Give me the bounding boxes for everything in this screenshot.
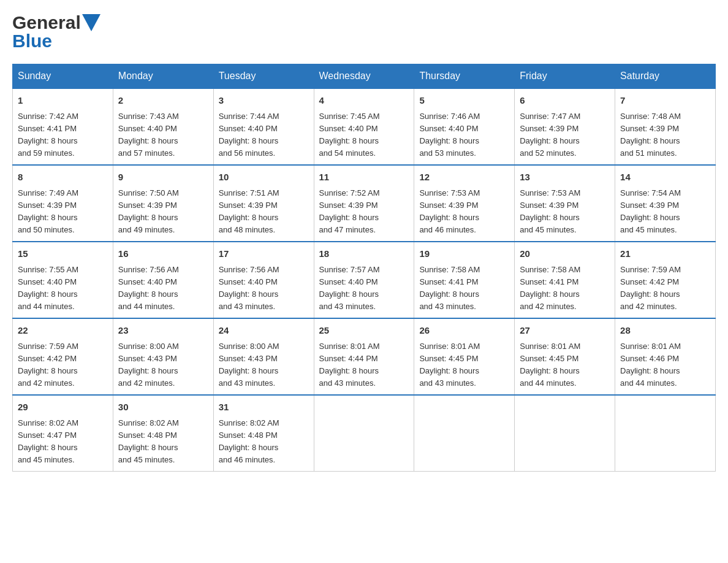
calendar-cell (515, 395, 615, 472)
calendar-cell: 18 Sunrise: 7:57 AM Sunset: 4:40 PM Dayl… (314, 242, 414, 318)
day-number: 11 (319, 170, 409, 185)
day-info: Sunrise: 7:45 AM Sunset: 4:40 PM Dayligh… (319, 110, 409, 160)
page-header: General Blue (12, 12, 716, 52)
calendar-cell: 1 Sunrise: 7:42 AM Sunset: 4:41 PM Dayli… (13, 88, 113, 165)
day-number: 3 (219, 94, 309, 108)
calendar-week-row: 22 Sunrise: 7:59 AM Sunset: 4:42 PM Dayl… (13, 318, 716, 395)
calendar-week-row: 15 Sunrise: 7:55 AM Sunset: 4:40 PM Dayl… (13, 242, 716, 318)
day-number: 23 (118, 324, 208, 338)
day-number: 13 (520, 170, 610, 185)
day-number: 9 (118, 170, 208, 185)
day-info: Sunrise: 8:02 AM Sunset: 4:48 PM Dayligh… (219, 417, 309, 467)
day-info: Sunrise: 7:57 AM Sunset: 4:40 PM Dayligh… (319, 264, 409, 313)
day-info: Sunrise: 7:58 AM Sunset: 4:41 PM Dayligh… (520, 264, 610, 313)
calendar-cell: 14 Sunrise: 7:54 AM Sunset: 4:39 PM Dayl… (615, 165, 716, 242)
calendar-table: SundayMondayTuesdayWednesdayThursdayFrid… (12, 64, 716, 472)
day-number: 16 (118, 247, 208, 261)
calendar-cell: 24 Sunrise: 8:00 AM Sunset: 4:43 PM Dayl… (213, 318, 314, 395)
calendar-cell: 9 Sunrise: 7:50 AM Sunset: 4:39 PM Dayli… (113, 165, 213, 242)
day-number: 22 (18, 324, 108, 338)
day-info: Sunrise: 7:56 AM Sunset: 4:40 PM Dayligh… (118, 264, 208, 313)
calendar-cell (414, 395, 515, 472)
calendar-week-row: 1 Sunrise: 7:42 AM Sunset: 4:41 PM Dayli… (13, 88, 716, 165)
logo-row1: General (12, 12, 100, 33)
day-number: 4 (319, 94, 409, 108)
calendar-cell: 12 Sunrise: 7:53 AM Sunset: 4:39 PM Dayl… (414, 165, 515, 242)
calendar-cell: 10 Sunrise: 7:51 AM Sunset: 4:39 PM Dayl… (213, 165, 314, 242)
day-info: Sunrise: 7:53 AM Sunset: 4:39 PM Dayligh… (520, 187, 610, 237)
day-info: Sunrise: 7:47 AM Sunset: 4:39 PM Dayligh… (520, 110, 610, 160)
calendar-cell: 17 Sunrise: 7:56 AM Sunset: 4:40 PM Dayl… (213, 242, 314, 318)
calendar-cell: 7 Sunrise: 7:48 AM Sunset: 4:39 PM Dayli… (615, 88, 716, 165)
logo-row2: Blue (12, 31, 52, 52)
day-number: 27 (520, 324, 610, 338)
calendar-week-row: 29 Sunrise: 8:02 AM Sunset: 4:47 PM Dayl… (13, 395, 716, 472)
day-number: 6 (520, 94, 610, 108)
day-info: Sunrise: 7:52 AM Sunset: 4:39 PM Dayligh… (319, 187, 409, 237)
day-number: 26 (419, 324, 509, 338)
calendar-cell: 8 Sunrise: 7:49 AM Sunset: 4:39 PM Dayli… (13, 165, 113, 242)
day-number: 19 (419, 247, 509, 261)
day-info: Sunrise: 8:01 AM Sunset: 4:45 PM Dayligh… (419, 340, 509, 390)
calendar-cell: 4 Sunrise: 7:45 AM Sunset: 4:40 PM Dayli… (314, 88, 414, 165)
day-info: Sunrise: 8:02 AM Sunset: 4:48 PM Dayligh… (118, 417, 208, 467)
calendar-cell: 16 Sunrise: 7:56 AM Sunset: 4:40 PM Dayl… (113, 242, 213, 318)
logo-arrow-icon (82, 14, 100, 31)
day-number: 31 (219, 400, 309, 415)
day-info: Sunrise: 7:55 AM Sunset: 4:40 PM Dayligh… (18, 264, 108, 313)
calendar-cell: 3 Sunrise: 7:44 AM Sunset: 4:40 PM Dayli… (213, 88, 314, 165)
day-number: 2 (118, 94, 208, 108)
day-number: 25 (319, 324, 409, 338)
calendar-cell: 13 Sunrise: 7:53 AM Sunset: 4:39 PM Dayl… (515, 165, 615, 242)
day-info: Sunrise: 7:49 AM Sunset: 4:39 PM Dayligh… (18, 187, 108, 237)
day-number: 18 (319, 247, 409, 261)
calendar-cell: 6 Sunrise: 7:47 AM Sunset: 4:39 PM Dayli… (515, 88, 615, 165)
day-info: Sunrise: 8:01 AM Sunset: 4:44 PM Dayligh… (319, 340, 409, 390)
calendar-cell: 21 Sunrise: 7:59 AM Sunset: 4:42 PM Dayl… (615, 242, 716, 318)
day-info: Sunrise: 7:48 AM Sunset: 4:39 PM Dayligh… (620, 110, 710, 160)
calendar-cell: 15 Sunrise: 7:55 AM Sunset: 4:40 PM Dayl… (13, 242, 113, 318)
day-number: 10 (219, 170, 309, 185)
calendar-cell: 31 Sunrise: 8:02 AM Sunset: 4:48 PM Dayl… (213, 395, 314, 472)
day-info: Sunrise: 7:58 AM Sunset: 4:41 PM Dayligh… (419, 264, 509, 313)
day-info: Sunrise: 7:50 AM Sunset: 4:39 PM Dayligh… (118, 187, 208, 237)
column-header-sunday: Sunday (13, 64, 113, 89)
calendar-cell: 2 Sunrise: 7:43 AM Sunset: 4:40 PM Dayli… (113, 88, 213, 165)
day-info: Sunrise: 7:44 AM Sunset: 4:40 PM Dayligh… (219, 110, 309, 160)
day-info: Sunrise: 8:00 AM Sunset: 4:43 PM Dayligh… (219, 340, 309, 390)
day-number: 15 (18, 247, 108, 261)
calendar-header-row: SundayMondayTuesdayWednesdayThursdayFrid… (13, 64, 716, 89)
calendar-cell: 11 Sunrise: 7:52 AM Sunset: 4:39 PM Dayl… (314, 165, 414, 242)
logo-general: General (12, 12, 81, 33)
column-header-wednesday: Wednesday (314, 64, 414, 89)
svg-marker-0 (82, 14, 100, 31)
day-info: Sunrise: 7:42 AM Sunset: 4:41 PM Dayligh… (18, 110, 108, 160)
day-number: 7 (620, 94, 710, 108)
logo-blue: Blue (12, 31, 52, 51)
day-number: 29 (18, 400, 108, 415)
calendar-cell: 29 Sunrise: 8:02 AM Sunset: 4:47 PM Dayl… (13, 395, 113, 472)
calendar-cell: 5 Sunrise: 7:46 AM Sunset: 4:40 PM Dayli… (414, 88, 515, 165)
day-info: Sunrise: 7:59 AM Sunset: 4:42 PM Dayligh… (18, 340, 108, 390)
day-number: 17 (219, 247, 309, 261)
day-number: 5 (419, 94, 509, 108)
day-info: Sunrise: 7:59 AM Sunset: 4:42 PM Dayligh… (620, 264, 710, 313)
day-number: 14 (620, 170, 710, 185)
day-number: 12 (419, 170, 509, 185)
day-number: 8 (18, 170, 108, 185)
column-header-friday: Friday (515, 64, 615, 89)
day-info: Sunrise: 8:01 AM Sunset: 4:46 PM Dayligh… (620, 340, 710, 390)
day-info: Sunrise: 8:01 AM Sunset: 4:45 PM Dayligh… (520, 340, 610, 390)
day-info: Sunrise: 7:56 AM Sunset: 4:40 PM Dayligh… (219, 264, 309, 313)
column-header-monday: Monday (113, 64, 213, 89)
calendar-cell: 19 Sunrise: 7:58 AM Sunset: 4:41 PM Dayl… (414, 242, 515, 318)
day-info: Sunrise: 7:46 AM Sunset: 4:40 PM Dayligh… (419, 110, 509, 160)
column-header-saturday: Saturday (615, 64, 716, 89)
calendar-cell: 25 Sunrise: 8:01 AM Sunset: 4:44 PM Dayl… (314, 318, 414, 395)
column-header-thursday: Thursday (414, 64, 515, 89)
calendar-cell (615, 395, 716, 472)
day-number: 1 (18, 94, 108, 108)
calendar-cell: 30 Sunrise: 8:02 AM Sunset: 4:48 PM Dayl… (113, 395, 213, 472)
day-info: Sunrise: 7:43 AM Sunset: 4:40 PM Dayligh… (118, 110, 208, 160)
day-number: 20 (520, 247, 610, 261)
